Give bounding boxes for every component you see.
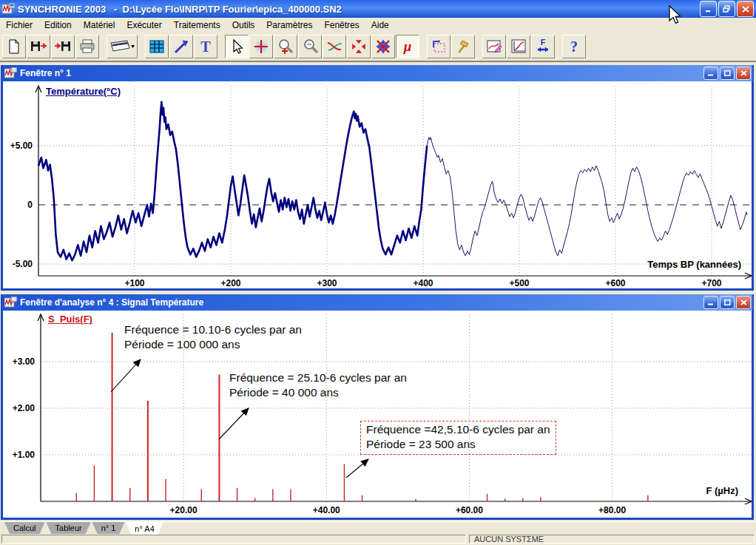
annotation-23500ans[interactable]: Fréquence =42,5.10-6 cycles par an Pério… bbox=[360, 421, 556, 455]
pointer-tool-button[interactable] bbox=[225, 35, 249, 58]
window1-client: +100+200+300+400+500+600+700+5.000-5.00 … bbox=[3, 81, 752, 288]
window-layout-button[interactable] bbox=[107, 35, 138, 58]
help-icon: ? bbox=[570, 38, 578, 55]
annotation-line: Période = 100 000 ans bbox=[124, 337, 302, 352]
hammer-tool-button[interactable] bbox=[451, 35, 475, 58]
line-arrow-icon bbox=[173, 38, 189, 55]
window2-titlebar[interactable]: Fenêtre d'analyse n° 4 : Signal Températ… bbox=[2, 294, 752, 311]
tab-tableur[interactable]: Tableur bbox=[47, 522, 91, 534]
annotation-40000ans[interactable]: Fréquence = 25.10-6 cycles par an Périod… bbox=[229, 370, 407, 400]
svg-text:+100: +100 bbox=[124, 278, 144, 288]
new-file-icon bbox=[6, 38, 22, 55]
open-button[interactable] bbox=[51, 35, 75, 58]
print-icon bbox=[79, 38, 95, 55]
window2-title: Fenêtre d'analyse n° 4 : Signal Températ… bbox=[20, 297, 702, 308]
menu-traitements[interactable]: Traitements bbox=[168, 18, 226, 32]
window-fenetre-1: Fenêtre n° 1 +100+200+300+400+500+600+70… bbox=[1, 65, 754, 291]
text-tool-button[interactable]: T bbox=[194, 35, 217, 58]
paste-selection-icon bbox=[431, 38, 447, 55]
minimize-icon bbox=[708, 299, 714, 305]
tab-n1[interactable]: n° 1 bbox=[92, 522, 125, 534]
svg-text:+600: +600 bbox=[605, 278, 625, 288]
window1-close-button[interactable] bbox=[736, 67, 751, 80]
app-title: SYNCHRONIE 2003 - D:\Lycée Flo\INRP\TP F… bbox=[18, 4, 700, 15]
svg-text:-5.00: -5.00 bbox=[13, 259, 33, 269]
save-button[interactable] bbox=[27, 35, 50, 58]
window1-titlebar[interactable]: Fenêtre n° 1 bbox=[2, 65, 752, 81]
tab-calcul[interactable]: Calcul bbox=[4, 522, 45, 534]
hide-axes-button[interactable] bbox=[371, 35, 395, 58]
fourier-button[interactable]: F bbox=[531, 35, 555, 58]
svg-text:+2.00: +2.00 bbox=[13, 403, 36, 413]
table-button[interactable] bbox=[145, 35, 169, 58]
svg-text:+3.00: +3.00 bbox=[13, 356, 36, 367]
svg-text:+300: +300 bbox=[317, 278, 337, 288]
reticle-tool-button[interactable] bbox=[249, 35, 273, 58]
reticle-icon bbox=[253, 38, 269, 55]
menu-bar: Fichier Edition Matériel Exécuter Traite… bbox=[0, 18, 756, 33]
svg-text:+400: +400 bbox=[413, 278, 433, 288]
minimize-icon bbox=[705, 6, 712, 13]
zoom-out-button[interactable] bbox=[298, 35, 322, 58]
status-bar: AUCUN SYSTΣME bbox=[0, 535, 756, 545]
autoscale-button[interactable] bbox=[347, 35, 371, 58]
window1-title: Fenêtre n° 1 bbox=[20, 68, 702, 78]
fourier-arrows-icon bbox=[535, 45, 551, 54]
annotation-line: Fréquence = 10.10-6 cycles par an bbox=[124, 322, 302, 337]
menu-aide[interactable]: Aide bbox=[365, 18, 395, 32]
annotation-line: Période = 23 500 ans bbox=[366, 437, 550, 452]
edit-curve-button[interactable] bbox=[482, 35, 506, 58]
app-titlebar[interactable]: SYNCHRONIE 2003 - D:\Lycée Flo\INRP\TP F… bbox=[0, 0, 756, 18]
window1-maximize-button[interactable] bbox=[720, 67, 735, 80]
menu-fichier[interactable]: Fichier bbox=[0, 18, 38, 32]
svg-text:+20.00: +20.00 bbox=[170, 505, 198, 515]
fit-curve-button[interactable] bbox=[507, 35, 530, 58]
smooth-curve-button[interactable] bbox=[323, 35, 346, 58]
annotation-100000ans[interactable]: Fréquence = 10.10-6 cycles par an Périod… bbox=[124, 322, 302, 352]
menu-executer[interactable]: Exécuter bbox=[121, 18, 167, 32]
status-panel-system: AUCUN SYSTΣME bbox=[469, 535, 755, 544]
sheet-tab-bar: Calcul Tableur n° 1 n° A4 bbox=[0, 521, 756, 535]
svg-text:+1.00: +1.00 bbox=[13, 450, 36, 460]
svg-text:+200: +200 bbox=[220, 278, 240, 288]
restore-button[interactable] bbox=[718, 1, 735, 17]
maximize-icon bbox=[724, 70, 731, 76]
edit-curve-icon bbox=[486, 38, 502, 55]
svg-text:+500: +500 bbox=[509, 278, 529, 288]
maximize-icon bbox=[724, 299, 731, 305]
menu-materiel[interactable]: Matériel bbox=[78, 18, 121, 32]
help-button[interactable]: ? bbox=[562, 35, 586, 58]
annotation-line: Période = 40 000 ans bbox=[229, 385, 407, 400]
spectrum-chart[interactable]: +20.00+40.00+60.00+80.00+1.00+2.00+3.00 bbox=[3, 311, 752, 518]
temperature-chart[interactable]: +100+200+300+400+500+600+700+5.000-5.00 bbox=[3, 81, 752, 288]
app-icon bbox=[2, 3, 15, 15]
menu-edition[interactable]: Edition bbox=[38, 18, 78, 32]
menu-outils[interactable]: Outils bbox=[226, 18, 261, 32]
svg-text:+700: +700 bbox=[701, 278, 721, 288]
window2-minimize-button[interactable] bbox=[703, 296, 718, 309]
line-tool-button[interactable] bbox=[169, 35, 193, 58]
minimize-button[interactable] bbox=[700, 1, 717, 17]
save-floppy-icon bbox=[30, 38, 47, 55]
menu-parametres[interactable]: Paramètres bbox=[260, 18, 318, 32]
toolbar: T bbox=[0, 33, 756, 62]
fourier-f-label: F bbox=[541, 39, 546, 45]
window1-ylabel: Température(°C) bbox=[46, 86, 121, 97]
annotation-line: Fréquence =42,5.10-6 cycles par an bbox=[366, 422, 550, 437]
menu-fenetres[interactable]: Fenêtres bbox=[318, 18, 365, 32]
close-button[interactable] bbox=[737, 1, 754, 17]
paste-selection-button[interactable] bbox=[427, 35, 450, 58]
tab-na4[interactable]: n° A4 bbox=[126, 522, 163, 535]
status-message: AUCUN SYSTΣME bbox=[474, 535, 544, 544]
window2-ylabel: S_Puis(F) bbox=[48, 314, 92, 325]
window2-maximize-button[interactable] bbox=[720, 296, 735, 309]
mu-icon: µ bbox=[404, 38, 412, 55]
zoom-in-button[interactable] bbox=[274, 35, 297, 58]
new-file-button[interactable] bbox=[2, 35, 26, 58]
window1-minimize-button[interactable] bbox=[703, 67, 718, 80]
window2-close-button[interactable] bbox=[736, 296, 751, 309]
window1-icon bbox=[4, 67, 17, 79]
window2-client: +20.00+40.00+60.00+80.00+1.00+2.00+3.00 … bbox=[3, 311, 752, 518]
mu-measure-button[interactable]: µ bbox=[396, 35, 419, 58]
print-button[interactable] bbox=[75, 35, 99, 58]
